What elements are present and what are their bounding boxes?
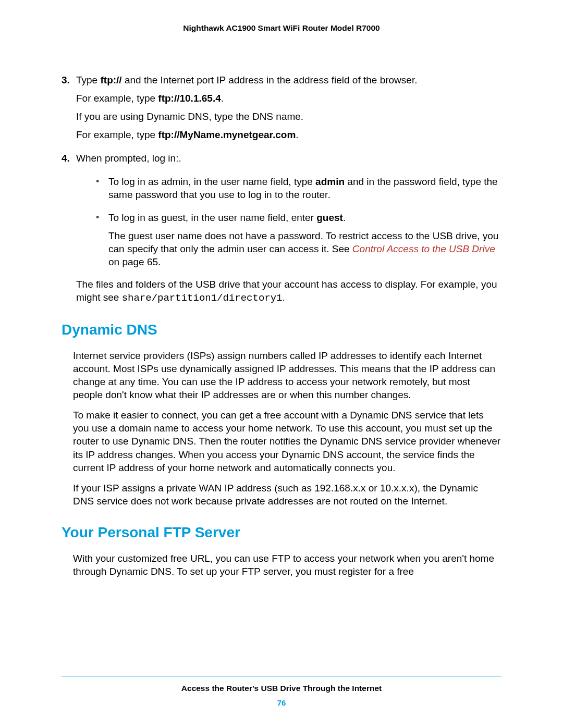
section-body: With your customized free URL, you can u…: [73, 552, 501, 578]
text-bold: ftp://10.1.65.4: [158, 93, 221, 104]
text: Type: [76, 75, 100, 85]
paragraph: Internet service providers (ISPs) assign…: [73, 349, 501, 401]
section-heading-ftp-server: Your Personal FTP Server: [62, 523, 501, 542]
bullet-item: • To log in as admin, in the user name f…: [96, 175, 501, 206]
text: For example, type: [76, 129, 158, 140]
bullet-item: • To log in as guest, in the user name f…: [96, 211, 501, 274]
text-bold: admin: [315, 176, 345, 187]
page-footer: Access the Router's USB Drive Through th…: [62, 676, 501, 707]
text-bold: guest: [316, 212, 343, 223]
section-heading-dynamic-dns: Dynamic DNS: [62, 320, 501, 340]
page-number: 76: [62, 698, 501, 707]
text: and the Internet port IP address in the …: [122, 75, 418, 85]
bullet-dot-icon: •: [96, 175, 108, 206]
paragraph: To make it easier to connect, you can ge…: [73, 409, 501, 474]
text: .: [283, 292, 285, 303]
bullet-dot-icon: •: [96, 211, 108, 274]
footer-title: Access the Router's USB Drive Through th…: [62, 684, 501, 693]
step-number: 3.: [62, 73, 76, 146]
link-control-access[interactable]: Control Access to the USB Drive: [352, 243, 495, 254]
text: When prompted, log in:.: [76, 152, 501, 165]
doc-header: Nighthawk AC1900 Smart WiFi Router Model…: [62, 23, 501, 33]
text: on page 65.: [108, 256, 161, 267]
footer-rule: [62, 676, 501, 676]
paragraph: With your customized free URL, you can u…: [73, 552, 501, 578]
bullet-body: To log in as admin, in the user name fie…: [108, 175, 501, 206]
paragraph: If your ISP assigns a private WAN IP add…: [73, 482, 501, 508]
section-body: Internet service providers (ISPs) assign…: [73, 349, 501, 508]
content: 3. Type ftp:// and the Internet port IP …: [62, 73, 501, 578]
text: .: [343, 212, 346, 223]
text: For example, type: [76, 93, 158, 104]
step-3: 3. Type ftp:// and the Internet port IP …: [62, 73, 501, 146]
step-number: 4.: [62, 152, 76, 170]
bullet-list: • To log in as admin, in the user name f…: [96, 175, 501, 273]
text-bold: ftp://MyName.mynetgear.com: [158, 129, 296, 140]
step-4: 4. When prompted, log in:.: [62, 152, 501, 170]
text: .: [296, 129, 298, 140]
text: If you are using Dynamic DNS, type the D…: [76, 110, 501, 123]
step-body: When prompted, log in:.: [76, 152, 501, 170]
text: To log in as guest, in the user name fie…: [108, 212, 316, 223]
text: To log in as admin, in the user name fie…: [108, 176, 315, 187]
page: Nighthawk AC1900 Smart WiFi Router Model…: [0, 0, 563, 728]
text-bold: ftp://: [100, 75, 121, 85]
bullet-body: To log in as guest, in the user name fie…: [108, 211, 501, 274]
closing-paragraph: The files and folders of the USB drive t…: [76, 278, 501, 305]
code-text: share/partition1/directory1: [122, 292, 283, 304]
text-italic: .: [328, 189, 331, 200]
step-body: Type ftp:// and the Internet port IP add…: [76, 73, 501, 146]
text: .: [221, 93, 224, 104]
